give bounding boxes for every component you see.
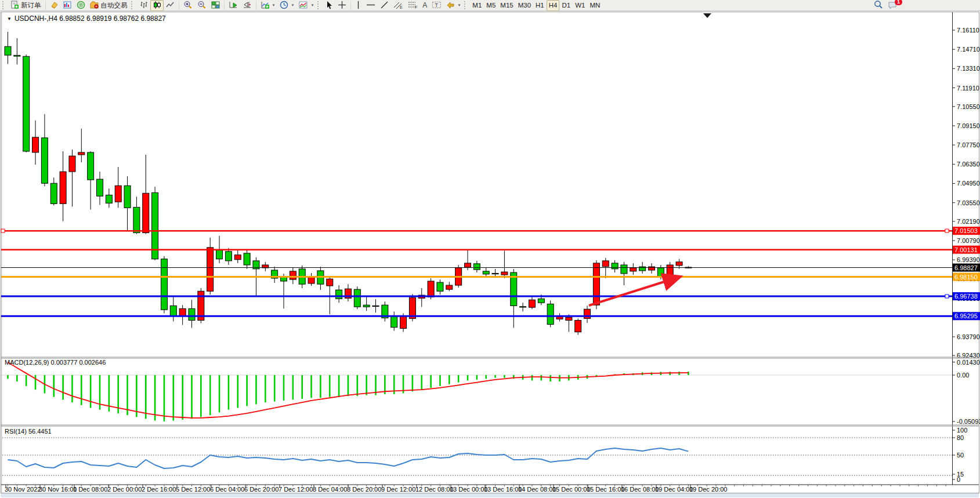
svg-text:13 Dec 00:00: 13 Dec 00:00 (450, 486, 487, 493)
vertical-line-icon (355, 1, 361, 10)
timeframe-m5-button[interactable]: M5 (484, 0, 498, 11)
chart-dropdown-icon[interactable]: ▼ (7, 16, 12, 21)
text-label-button[interactable]: T (429, 0, 444, 11)
broadcast-button[interactable] (74, 0, 88, 11)
vertical-line-button[interactable] (353, 0, 364, 11)
bar-chart-icon (139, 1, 148, 10)
chart-title-text: USDCNH-,H4 6.98852 6.98919 6.98762 6.988… (15, 14, 166, 23)
chevron-down-icon: ▼ (310, 3, 314, 7)
toolbar-separator (256, 1, 256, 10)
toolbar-grip[interactable] (464, 1, 468, 9)
timeframe-d1-button[interactable]: D1 (559, 0, 573, 11)
svg-text:12 Dec 08:00: 12 Dec 08:00 (415, 486, 453, 493)
timeframe-toolbar: M1M5M15M30H1H4D1W1MN (470, 0, 602, 11)
open-chart-icon (63, 1, 72, 10)
periods-button[interactable]: ▼ (277, 0, 296, 11)
svg-text:7.03550: 7.03550 (957, 199, 980, 206)
line-chart-button[interactable] (164, 0, 177, 11)
search-icon (874, 0, 883, 10)
svg-text:16 Dec 08:00: 16 Dec 08:00 (621, 486, 659, 493)
svg-text:30 Nov 2022: 30 Nov 2022 (5, 486, 41, 493)
search-button[interactable] (871, 0, 885, 11)
candlestick-chart-icon (153, 1, 161, 10)
svg-text:-0.050937: -0.050937 (957, 418, 980, 425)
svg-text:7.11910: 7.11910 (957, 85, 979, 92)
arrows-button[interactable]: ▼ (444, 0, 463, 11)
cursor-button[interactable] (323, 0, 335, 11)
new-order-button[interactable]: 新订单 (8, 0, 44, 11)
fibonacci-icon: F (408, 1, 418, 10)
svg-text:0: 0 (957, 476, 960, 483)
line-chart-icon (166, 1, 175, 10)
crosshair-button[interactable] (335, 0, 349, 11)
svg-text:7.00131: 7.00131 (954, 246, 978, 253)
auto-trading-label: 自动交易 (101, 1, 128, 10)
svg-text:80: 80 (957, 434, 964, 441)
svg-text:F: F (415, 5, 417, 9)
svg-text:7.14710: 7.14710 (957, 46, 980, 53)
toolbar-right-group: 1 (871, 0, 900, 11)
toolbar-grip[interactable] (317, 1, 321, 9)
toolbar-separator (350, 1, 351, 10)
svg-text:7 Dec 12:00: 7 Dec 12:00 (279, 486, 313, 493)
toolbar-grip[interactable] (131, 1, 135, 9)
timeframe-h1-button[interactable]: H1 (533, 0, 547, 11)
horizontal-line-button[interactable] (364, 0, 378, 11)
trendline-button[interactable] (378, 0, 391, 11)
bar-chart-button[interactable] (137, 0, 150, 11)
svg-text:50: 50 (957, 452, 964, 459)
svg-text:7.13310: 7.13310 (957, 65, 980, 72)
equidistant-channel-button[interactable]: E (391, 0, 406, 11)
open-chart-button[interactable] (61, 0, 74, 11)
text-button[interactable]: A (420, 0, 429, 11)
svg-text:7.06350: 7.06350 (957, 161, 980, 168)
notifications-button[interactable]: 1 (885, 0, 900, 11)
timeframe-mn-button[interactable]: MN (587, 0, 602, 11)
svg-text:T: T (435, 2, 439, 8)
auto-scroll-button[interactable] (226, 0, 240, 11)
svg-text:7.02190: 7.02190 (957, 218, 980, 225)
trendline-icon (380, 1, 389, 10)
fibonacci-button[interactable]: F (406, 0, 420, 11)
indicators-icon (261, 1, 270, 10)
svg-text:6.98827: 6.98827 (954, 264, 978, 271)
chart-title: ▼USDCNH-,H4 6.98852 6.98919 6.98762 6.98… (7, 14, 166, 23)
timeframe-h4-button[interactable]: H4 (547, 0, 560, 11)
zoom-in-button[interactable] (181, 0, 195, 11)
eraser-button[interactable] (48, 0, 61, 11)
text-icon: A (422, 1, 427, 9)
toolbar-grip[interactable] (2, 1, 6, 9)
templates-button[interactable]: ▼ (296, 0, 316, 11)
timeframe-m15-button[interactable]: M15 (498, 0, 515, 11)
chart-shift-button[interactable] (240, 0, 254, 11)
tile-windows-icon (211, 1, 220, 10)
svg-text:E: E (400, 5, 403, 9)
chart-canvas[interactable]: 7.161107.147107.133107.119107.105507.091… (0, 0, 980, 498)
chevron-down-icon: ▼ (457, 3, 461, 7)
svg-text:6.95295: 6.95295 (954, 312, 978, 319)
chart-shift-icon (243, 1, 252, 10)
macd-indicator-label: MACD(12,26,9) 0.003777 0.002646 (5, 359, 106, 366)
svg-text:6.96738: 6.96738 (954, 293, 978, 300)
svg-text:7.01503: 7.01503 (954, 227, 978, 234)
timeframe-m30-button[interactable]: M30 (516, 0, 533, 11)
svg-text:8 Dec 20:00: 8 Dec 20:00 (347, 486, 381, 493)
timeframe-w1-button[interactable]: W1 (573, 0, 587, 11)
svg-text:19 Dec 20:00: 19 Dec 20:00 (689, 486, 727, 493)
indicators-button[interactable]: ▼ (258, 0, 278, 11)
broadcast-icon (77, 1, 85, 10)
timeframe-m1-button[interactable]: M1 (470, 0, 484, 11)
svg-text:6.98150: 6.98150 (954, 274, 978, 281)
rsi-indicator-label: RSI(14) 56.4451 (5, 428, 52, 435)
candlestick-chart-button[interactable] (150, 0, 164, 11)
svg-text:6.92430: 6.92430 (957, 352, 980, 359)
svg-text:15 Dec 00:00: 15 Dec 00:00 (552, 486, 590, 493)
svg-text:0.014306: 0.014306 (957, 359, 980, 366)
main-toolbar: 新订单 自动交易 (0, 0, 980, 11)
svg-text:8 Dec 04:00: 8 Dec 04:00 (313, 486, 347, 493)
templates-icon (299, 1, 308, 10)
zoom-out-button[interactable] (195, 0, 209, 11)
tile-windows-button[interactable] (209, 0, 222, 11)
cursor-icon (326, 1, 333, 10)
auto-trading-button[interactable]: 自动交易 (88, 0, 130, 11)
